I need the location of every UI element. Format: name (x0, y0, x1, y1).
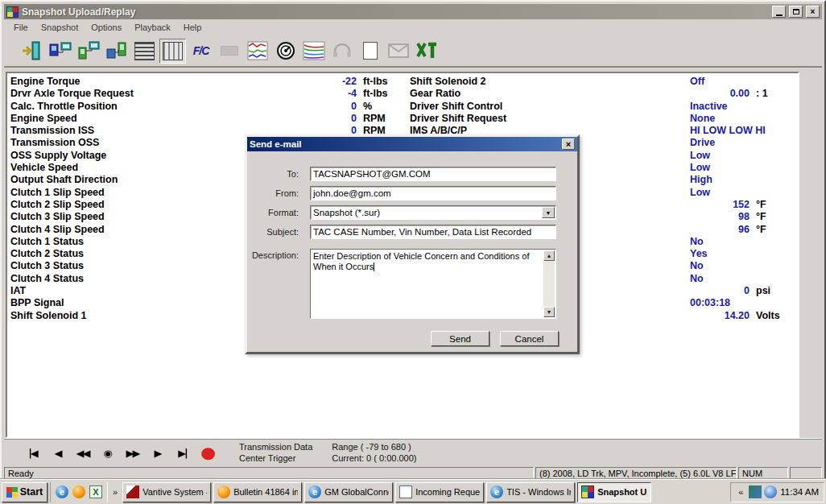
description-textarea[interactable]: Enter Description of Vehicle Concern and… (310, 249, 556, 319)
menu-item[interactable]: Snapshot (35, 23, 85, 32)
send-button[interactable]: Send (431, 331, 489, 346)
chevron-down-icon[interactable]: ▼ (542, 207, 555, 218)
dialog-title-bar[interactable]: Send e-mail × (247, 137, 577, 151)
format-select[interactable]: Snapshot (*.sur) ▼ (310, 205, 556, 220)
step-back-button[interactable]: ◀ (45, 442, 70, 463)
start-label: Start (20, 486, 43, 498)
menu-item[interactable]: Playback (128, 23, 177, 32)
subject-input[interactable]: TAC CASE Number, Vin Number, Data List R… (310, 225, 556, 239)
rewind-button[interactable]: ◀◀ (70, 442, 95, 463)
param-value-right: 14.20 (690, 310, 750, 322)
quick-launch: eX (50, 482, 108, 502)
param-label-left: Engine Torque (10, 76, 246, 88)
minimize-icon (776, 14, 783, 16)
title-bar[interactable]: Snapshot Upload/Replay × (4, 4, 822, 19)
excel-icon[interactable]: X (89, 485, 102, 498)
param-value-right: 152 (690, 199, 750, 211)
param-label-left: Vehicle Speed (10, 162, 246, 174)
to-input[interactable]: TACSNAPSHOT@GM.COM (310, 167, 556, 181)
cancel-button[interactable]: Cancel (500, 331, 559, 346)
task-button[interactable]: Snapshot Uplo... (577, 482, 651, 502)
text-caret (374, 262, 374, 271)
gauge-icon[interactable] (272, 39, 299, 64)
param-value-right: Off (690, 76, 750, 88)
upload-snapshot-icon[interactable] (47, 39, 73, 64)
param-label-left: BPP Signal (10, 297, 246, 309)
task-button[interactable]: Vantive System -... (122, 482, 211, 502)
param-label-right: Driver Shift Control (410, 101, 690, 113)
task-button[interactable]: e TIS - Windows In... (486, 482, 575, 502)
close-button[interactable]: × (806, 6, 820, 18)
param-value-right: 00:03:18 (690, 297, 750, 309)
play-button[interactable]: ▶ (145, 442, 170, 463)
restore-icon (793, 9, 799, 14)
new-page-icon[interactable] (357, 39, 383, 64)
display-icon[interactable] (749, 485, 762, 498)
ie-icon[interactable]: e (56, 485, 68, 498)
param-value-right: 98 (690, 211, 750, 223)
fast-forward-button[interactable]: ▶▶ (120, 442, 145, 463)
tray-chevron[interactable]: « (736, 487, 745, 497)
temperature-units-icon[interactable]: F/C (188, 39, 214, 64)
scroll-down-icon[interactable]: ▼ (543, 307, 555, 317)
audio-icon[interactable] (328, 39, 355, 64)
param-value-left: -22 (246, 76, 357, 88)
param-label-left: Transmission OSS (10, 137, 246, 149)
first-frame-button[interactable]: |◀ (20, 442, 45, 463)
data-row: Drvr Axle Torque Request -4 ft-lbs Gear … (10, 88, 798, 100)
param-value-right: Yes (690, 248, 750, 260)
plot-replay-icon[interactable] (300, 39, 327, 64)
restore-button[interactable] (789, 6, 803, 18)
window-title: Snapshot Upload/Replay (22, 6, 769, 18)
description-scrollbar[interactable]: ▲ ▼ (543, 250, 555, 317)
task-button[interactable]: Bulletin 41864 in ... (213, 482, 302, 502)
param-value-right: No (690, 260, 750, 272)
dtc-display-icon[interactable] (216, 39, 242, 64)
dialog-close-button[interactable]: × (562, 138, 575, 150)
data-list-horizontal-icon[interactable] (131, 39, 158, 64)
param-label-left: OSS Supply Voltage (10, 150, 246, 162)
menu-item[interactable]: Help (177, 23, 209, 32)
minimize-button[interactable] (772, 6, 786, 18)
start-button[interactable]: Start (2, 482, 47, 502)
param-label-left: Clutch 4 Status (10, 273, 246, 285)
last-frame-button[interactable]: ▶| (170, 442, 195, 463)
param-label-left: Clutch 1 Status (10, 236, 246, 248)
description-text: Enter Description of Vehicle Concern and… (313, 251, 529, 271)
param-unit-left: % (363, 101, 410, 113)
param-unit-right: °F (756, 211, 766, 223)
task-button[interactable]: Incoming Reques... (395, 482, 484, 502)
trigger-info: Transmission Data Center Trigger (239, 441, 312, 464)
param-label-left: Clutch 2 Slip Speed (10, 199, 246, 211)
center-trigger-button[interactable]: ◉ (95, 442, 120, 463)
messenger-icon[interactable] (764, 485, 777, 498)
param-label-left: Drvr Axle Torque Request (10, 88, 246, 100)
param-label-left: Engine Speed (10, 113, 246, 125)
task-button[interactable]: e GM GlobalConnec... (304, 482, 393, 502)
param-label-left: Transmission ISS (10, 125, 246, 137)
exit-icon[interactable] (19, 39, 45, 64)
format-label: Format: (226, 208, 299, 217)
write-device-icon[interactable] (103, 39, 130, 64)
param-value-right: HI LOW LOW HI (690, 125, 750, 137)
orange-app-icon[interactable] (72, 485, 85, 498)
data-list-vertical-icon[interactable] (159, 39, 186, 64)
from-input[interactable]: john.doe@gm.com (310, 186, 556, 200)
send-email-dialog: Send e-mail × To: TACSNAPSHOT@GM.COM Fro… (245, 134, 580, 354)
param-unit-left: ft-lbs (363, 88, 410, 100)
overflow-chevron[interactable]: » (110, 487, 120, 497)
record-button[interactable]: ● (195, 442, 220, 463)
menu-item[interactable]: Options (85, 23, 128, 32)
menu-bar: FileSnapshotOptionsPlaybackHelp (4, 21, 822, 34)
line-graph-icon[interactable] (244, 39, 271, 64)
email-icon[interactable] (385, 39, 411, 64)
read-device-icon[interactable] (75, 39, 101, 64)
subject-label: Subject: (226, 227, 299, 237)
param-unit-right: °F (756, 224, 766, 236)
tools-icon[interactable] (413, 39, 440, 64)
format-selected-value: Snapshot (*.sur) (313, 208, 380, 217)
data-type-label: Transmission Data (239, 441, 312, 452)
scroll-up-icon[interactable]: ▲ (543, 250, 555, 261)
menu-item[interactable]: File (7, 23, 35, 32)
to-label: To: (226, 169, 299, 179)
